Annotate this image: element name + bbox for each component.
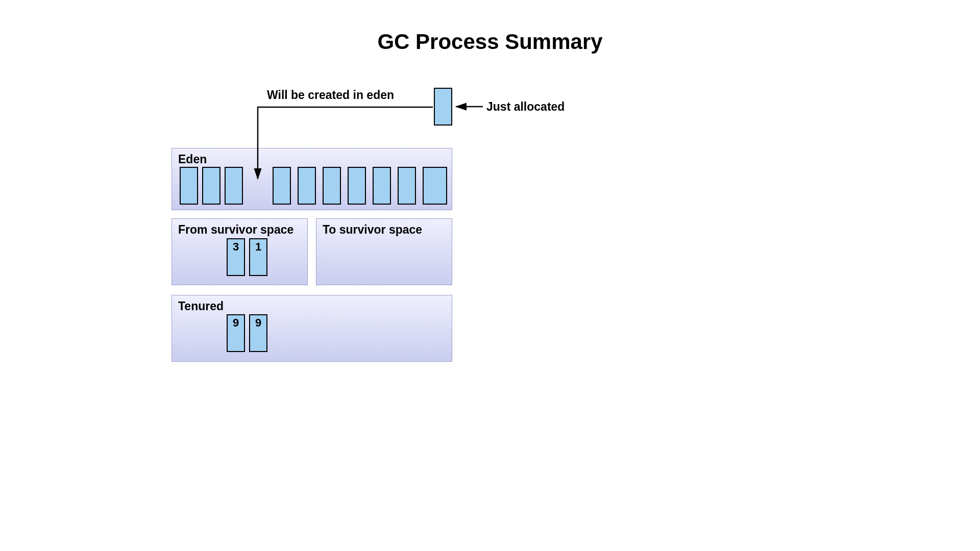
eden-block	[423, 167, 447, 205]
eden-block	[202, 167, 220, 205]
tenured-label: Tenured	[178, 299, 224, 313]
eden-block	[323, 167, 341, 205]
eden-block	[273, 167, 291, 205]
eden-block	[298, 167, 316, 205]
tenured-block-value: 9	[250, 316, 266, 330]
eden-block	[348, 167, 366, 205]
from-block-value: 1	[250, 240, 266, 254]
diagram-title: GC Process Summary	[0, 30, 980, 54]
to-survivor-region: To survivor space	[316, 218, 452, 285]
tenured-block: 9	[249, 314, 267, 352]
from-block-value: 3	[228, 240, 244, 254]
tenured-block: 9	[227, 314, 245, 352]
tenured-region: Tenured	[172, 295, 452, 362]
arrows-overlay	[0, 0, 980, 551]
from-block: 3	[227, 238, 245, 276]
from-survivor-label: From survivor space	[178, 223, 293, 237]
eden-label: Eden	[178, 153, 207, 166]
eden-block	[225, 167, 243, 205]
from-block: 1	[249, 238, 267, 276]
tenured-block-value: 9	[228, 316, 244, 330]
eden-block	[398, 167, 416, 205]
eden-block	[373, 167, 391, 205]
annotation-just-allocated: Just allocated	[486, 100, 565, 114]
annotation-will-be-created: Will be created in eden	[267, 88, 394, 102]
eden-block	[180, 167, 198, 205]
to-survivor-label: To survivor space	[323, 223, 422, 237]
allocated-block	[434, 88, 452, 126]
